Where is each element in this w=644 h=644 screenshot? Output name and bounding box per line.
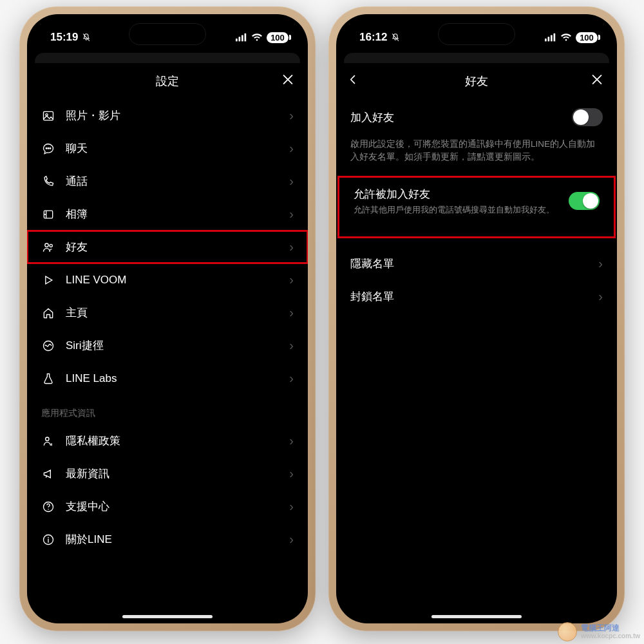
screen-left: 15:19 100 設定 照片・影片 › <box>27 14 308 623</box>
row-add-friends[interactable]: 加入好友 <box>336 99 617 135</box>
close-icon <box>281 73 295 87</box>
chat-icon <box>41 142 55 155</box>
wifi-icon <box>251 33 263 42</box>
friends-list: 加入好友 啟用此設定後，可將您裝置的通訊錄中有使用LINE的人自動加入好友名單。… <box>336 99 617 313</box>
chevron-right-icon: › <box>289 433 294 448</box>
bell-off-icon <box>80 33 92 42</box>
svg-rect-20 <box>548 37 550 41</box>
svg-point-6 <box>46 147 47 149</box>
phone-right: 16:12 100 好友 加入好友 <box>328 6 625 631</box>
svg-point-16 <box>48 509 49 510</box>
svg-rect-4 <box>44 111 53 120</box>
svg-point-8 <box>50 147 51 149</box>
watermark-line2: www.kocpc.com.tw <box>581 632 640 639</box>
chevron-right-icon: › <box>289 174 294 189</box>
toggle-add-friends[interactable] <box>572 108 603 126</box>
row-news[interactable]: 最新資訊 › <box>27 457 308 490</box>
row-label: LINE Labs <box>66 372 279 385</box>
home-indicator[interactable] <box>122 615 213 618</box>
row-privacy[interactable]: 隱私權政策 › <box>27 424 308 457</box>
settings-list: 照片・影片 › 聊天 › 通話 › 相簿 › <box>27 99 308 556</box>
section-app-info: 應用程式資訊 <box>27 395 308 424</box>
chevron-right-icon: › <box>289 305 294 320</box>
chevron-right-icon: › <box>289 207 294 222</box>
battery-indicator: 100 <box>267 32 289 43</box>
row-chat[interactable]: 聊天 › <box>27 132 308 165</box>
svg-point-7 <box>48 147 49 149</box>
row-blocked-list[interactable]: 封鎖名單 › <box>336 280 617 313</box>
row-label: 聊天 <box>66 141 279 156</box>
row-label: LINE VOOM <box>66 274 279 287</box>
row-label: 照片・影片 <box>66 108 279 123</box>
row-home[interactable]: 主頁 › <box>27 296 308 329</box>
row-label: Siri捷徑 <box>66 338 279 353</box>
row-label: 隱私權政策 <box>66 433 279 448</box>
chevron-right-icon: › <box>289 240 294 254</box>
flask-icon <box>41 372 55 385</box>
status-time: 16:12 <box>359 31 387 44</box>
row-siri[interactable]: Siri捷徑 › <box>27 329 308 362</box>
row-allow-added[interactable]: 允許被加入好友 允許其他用戶使用我的電話號碼搜尋並自動加我好友。 <box>339 178 614 220</box>
nav-title: 好友 <box>465 73 488 89</box>
highlight-allow-added: 允許被加入好友 允許其他用戶使用我的電話號碼搜尋並自動加我好友。 <box>337 176 616 238</box>
svg-rect-19 <box>545 39 547 42</box>
settings-modal: 設定 照片・影片 › 聊天 › 通話 <box>27 63 308 556</box>
watermark-line1: 電腦王阿達 <box>581 624 640 632</box>
row-friends[interactable]: 好友 › <box>27 231 308 263</box>
home-indicator[interactable] <box>431 615 522 618</box>
status-time: 15:19 <box>50 31 78 44</box>
watermark-avatar <box>558 622 577 641</box>
chevron-right-icon: › <box>289 371 294 386</box>
nav-bar: 設定 <box>27 63 308 99</box>
row-label: 允許被加入好友 <box>354 187 558 202</box>
back-button[interactable] <box>346 73 359 90</box>
row-label: 封鎖名單 <box>350 289 588 304</box>
dynamic-island <box>129 23 206 45</box>
chevron-right-icon: › <box>598 256 603 271</box>
close-button[interactable] <box>590 71 604 91</box>
chevron-right-icon: › <box>289 272 294 287</box>
privacy-icon <box>41 435 55 448</box>
row-hidden-list[interactable]: 隱藏名單 › <box>336 247 617 280</box>
chevron-left-icon <box>346 73 359 86</box>
row-label: 隱藏名單 <box>350 256 588 271</box>
row-voom[interactable]: LINE VOOM › <box>27 263 308 296</box>
row-support[interactable]: 支援中心 › <box>27 490 308 523</box>
friends-modal: 好友 加入好友 啟用此設定後，可將您裝置的通訊錄中有使用LINE的人自動加入好友… <box>336 63 617 313</box>
toggle-allow-added[interactable] <box>569 192 600 210</box>
chevron-right-icon: › <box>289 532 294 547</box>
row-label: 加入好友 <box>350 110 562 125</box>
chevron-right-icon: › <box>289 141 294 156</box>
chevron-right-icon: › <box>289 466 294 481</box>
play-icon <box>41 274 55 287</box>
megaphone-icon <box>41 468 55 480</box>
svg-rect-0 <box>236 39 238 42</box>
chevron-right-icon: › <box>289 499 294 514</box>
row-album[interactable]: 相簿 › <box>27 198 308 231</box>
row-label: 主頁 <box>66 305 279 320</box>
svg-point-18 <box>48 536 49 538</box>
chevron-right-icon: › <box>598 289 603 304</box>
cellular-icon <box>545 33 556 42</box>
row-label: 通話 <box>66 174 279 189</box>
chevron-right-icon: › <box>289 108 294 123</box>
svg-rect-3 <box>245 33 247 42</box>
row-about[interactable]: 關於LINE › <box>27 523 308 556</box>
watermark: 電腦王阿達 www.kocpc.com.tw <box>558 622 640 641</box>
wifi-icon <box>560 33 572 42</box>
svg-rect-22 <box>554 33 556 42</box>
close-icon <box>590 73 604 87</box>
screen-right: 16:12 100 好友 加入好友 <box>336 14 617 623</box>
siri-icon <box>41 339 55 352</box>
row-labs[interactable]: LINE Labs › <box>27 362 308 395</box>
svg-point-11 <box>50 244 52 247</box>
friends-icon <box>41 241 55 254</box>
row-photo-video[interactable]: 照片・影片 › <box>27 99 308 132</box>
bell-off-icon <box>390 33 401 42</box>
row-label: 相簿 <box>66 207 279 222</box>
home-icon <box>41 307 55 319</box>
phone-icon <box>41 175 55 188</box>
row-call[interactable]: 通話 › <box>27 165 308 198</box>
close-button[interactable] <box>281 71 295 91</box>
svg-point-13 <box>46 437 49 440</box>
